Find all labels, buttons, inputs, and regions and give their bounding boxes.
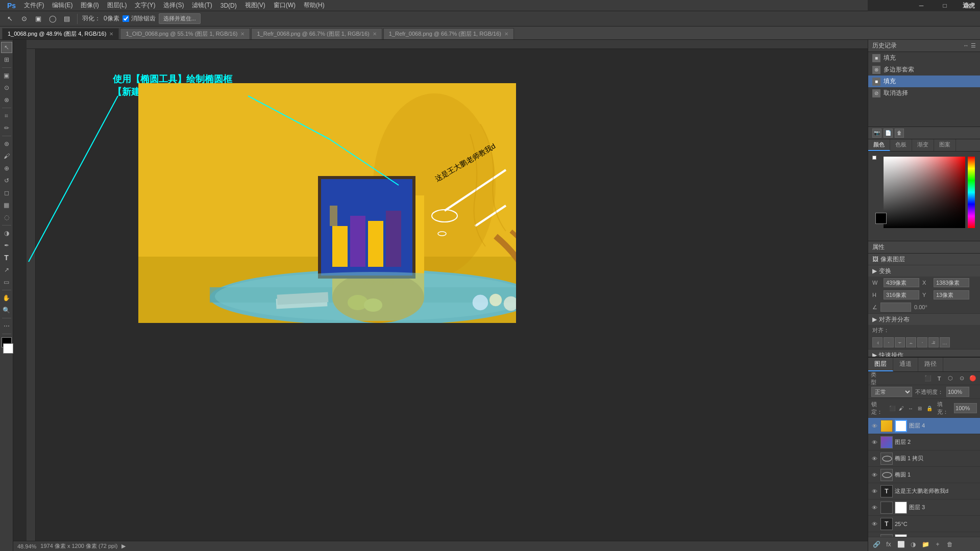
color-tab-color[interactable]: 颜色 — [868, 139, 890, 151]
layer-eye-2[interactable]: 👁 — [870, 455, 878, 463]
tab-2-close[interactable]: ✕ — [373, 31, 377, 37]
lasso-tool[interactable]: ⊙ — [1, 82, 12, 93]
opacity-input[interactable] — [946, 387, 969, 397]
tab-3-close[interactable]: ✕ — [504, 31, 508, 37]
lasso-tool-icon[interactable]: ⊙ — [18, 13, 30, 24]
add-adjustment-btn[interactable]: ◑ — [908, 539, 918, 549]
layer-item-0[interactable]: 👁 图层 4 — [868, 418, 980, 434]
angle-input[interactable] — [880, 303, 911, 312]
tab-0-close[interactable]: ✕ — [109, 31, 113, 37]
shape-tool[interactable]: ▭ — [1, 277, 12, 288]
layers-tab-channels[interactable]: 通道 — [893, 358, 918, 371]
lock-artboard-btn[interactable]: ⊞ — [916, 404, 923, 412]
anti-alias-check[interactable] — [122, 15, 129, 22]
color-gradient[interactable] — [884, 157, 965, 228]
lock-paint-btn[interactable]: 🖌 — [898, 404, 905, 412]
color-hue-bar[interactable] — [968, 157, 975, 228]
h-input[interactable] — [884, 290, 919, 299]
gradient-tool[interactable]: ▦ — [1, 199, 12, 211]
align-center-h-btn[interactable]: ⬝ — [884, 337, 894, 347]
blur-tool[interactable]: ◌ — [1, 212, 12, 223]
eraser-tool[interactable]: ◻ — [1, 187, 12, 198]
color-tab-swatches[interactable]: 色板 — [890, 139, 912, 151]
align-right-btn[interactable]: ⫟ — [895, 337, 905, 347]
pen-tool[interactable]: ✒ — [1, 240, 12, 251]
type-tool[interactable]: T — [1, 252, 12, 263]
history-new-btn[interactable]: 📄 — [884, 129, 893, 138]
quick-select-tool[interactable]: ⊗ — [1, 94, 12, 106]
menu-filter[interactable]: 滤镜(T) — [189, 1, 215, 10]
align-left-btn[interactable]: ⫞ — [872, 337, 883, 347]
history-item-0[interactable]: ■ 填充 — [868, 52, 980, 64]
add-mask-btn[interactable]: ⬜ — [896, 539, 906, 549]
canvas-area[interactable]: 使用【椭圆工具】绘制椭圆框 【新建图层】，使用【钢笔工具】绘制形状 — [13, 40, 868, 551]
align-center-v-btn[interactable]: ⬞ — [917, 337, 927, 347]
move-tool-icon[interactable]: ↖ — [4, 13, 15, 24]
layer-item-3[interactable]: 👁 椭圆 1 — [868, 467, 980, 483]
eyedropper-tool[interactable]: ✏ — [1, 122, 12, 134]
select-mask-button[interactable]: 选择并遮住... — [159, 13, 201, 24]
zoom-tool[interactable]: 🔍 — [1, 305, 12, 316]
layers-tab-paths[interactable]: 路径 — [918, 358, 943, 371]
history-delete-btn[interactable]: 🗑 — [895, 129, 904, 138]
foreground-swatch[interactable] — [875, 213, 887, 224]
menu-window[interactable]: 窗口(W) — [271, 1, 299, 10]
tab-1[interactable]: 1_OID_0068.png @ 55.1% (图层 1, RGB/16) ✕ — [120, 28, 250, 39]
extra-tools[interactable]: ⋯ — [1, 320, 12, 332]
brush-tool[interactable]: 🖌 — [1, 151, 12, 162]
w-input[interactable] — [884, 278, 919, 287]
layer-eye-3[interactable]: 👁 — [870, 471, 878, 479]
menu-image[interactable]: 图像(I) — [78, 1, 102, 10]
blend-mode-select[interactable]: 正常 — [871, 387, 912, 397]
menu-layer[interactable]: 图层(L) — [104, 1, 130, 10]
minimize-button[interactable]: ─ — [910, 0, 933, 11]
close-button[interactable]: ✕ — [957, 0, 980, 11]
align-top-btn[interactable]: ⫠ — [906, 337, 916, 347]
hand-tool[interactable]: ✋ — [1, 292, 12, 304]
tab-1-close[interactable]: ✕ — [240, 31, 244, 37]
layer-eye-6[interactable]: 👁 — [870, 520, 878, 528]
color-tab-pattern[interactable]: 图案 — [934, 139, 956, 151]
ellipse-select-icon[interactable]: ◯ — [47, 13, 58, 24]
menu-edit[interactable]: 编辑(E) — [49, 1, 76, 10]
artboard-tool[interactable]: ⊞ — [1, 54, 12, 65]
dodge-tool[interactable]: ◑ — [1, 228, 12, 239]
layer-filter-toggle[interactable]: 🔴 — [968, 373, 978, 384]
clone-stamp-tool[interactable]: ⊕ — [1, 163, 12, 174]
layer-filter-smart-btn[interactable]: ⊙ — [957, 373, 967, 384]
menu-3d[interactable]: 3D(D) — [217, 2, 240, 9]
history-brush-tool[interactable]: ↺ — [1, 175, 12, 186]
layer-filter-pixel-btn[interactable]: ⬛ — [923, 373, 933, 384]
lock-all-btn[interactable]: 🔒 — [925, 404, 933, 412]
y-input[interactable] — [934, 290, 969, 299]
background-color[interactable] — [3, 343, 13, 354]
layer-item-6[interactable]: 👁 T 25°C — [868, 516, 980, 532]
layer-eye-4[interactable]: 👁 — [870, 487, 878, 495]
add-layer-btn[interactable]: + — [933, 539, 943, 549]
layer-filter-text-btn[interactable]: T — [934, 373, 944, 384]
delete-layer-btn[interactable]: 🗑 — [945, 539, 955, 549]
menu-type[interactable]: 文字(Y) — [132, 1, 158, 10]
menu-help[interactable]: 帮助(H) — [301, 1, 328, 10]
layer-item-4[interactable]: 👁 T 这是王大鹏老师教我d — [868, 483, 980, 499]
layer-item-1[interactable]: 👁 图层 2 — [868, 434, 980, 450]
rect-select-tool[interactable]: ▣ — [1, 70, 12, 81]
layers-tab-layers[interactable]: 图层 — [868, 358, 893, 371]
history-snapshot-btn[interactable]: 📷 — [872, 129, 881, 138]
tab-3[interactable]: 1_Refr_0068.png @ 66.7% (图层 1, RGB/16) ✕ — [383, 28, 514, 39]
anti-alias-checkbox[interactable]: 消除锯齿 — [122, 14, 156, 23]
props-image-header[interactable]: 🖼 像素图层 — [868, 254, 980, 265]
crop-tool[interactable]: ⌗ — [1, 110, 12, 121]
align-more-btn[interactable]: … — [940, 337, 950, 347]
tab-2[interactable]: 1_Refr_0068.png @ 66.7% (图层 1, RGB/16) ✕ — [251, 28, 382, 39]
rect-select-icon[interactable]: ▣ — [33, 13, 44, 24]
row-select-icon[interactable]: ▤ — [61, 13, 72, 24]
tab-0[interactable]: 1_0068.png @ 48.9% (图层 4, RGB/16) ✕ — [2, 28, 119, 39]
layer-item-7[interactable]: 👁 H/S 色相/饱和度 1 — [868, 532, 980, 537]
layer-item-2[interactable]: 👁 椭圆 1 拷贝 — [868, 450, 980, 467]
layer-item-5[interactable]: 👁 图层 3 — [868, 499, 980, 516]
align-bottom-btn[interactable]: ⫡ — [928, 337, 939, 347]
lock-position-btn[interactable]: ↔ — [907, 404, 914, 412]
layer-eye-1[interactable]: 👁 — [870, 438, 878, 446]
menu-file[interactable]: 文件(F) — [21, 1, 47, 10]
